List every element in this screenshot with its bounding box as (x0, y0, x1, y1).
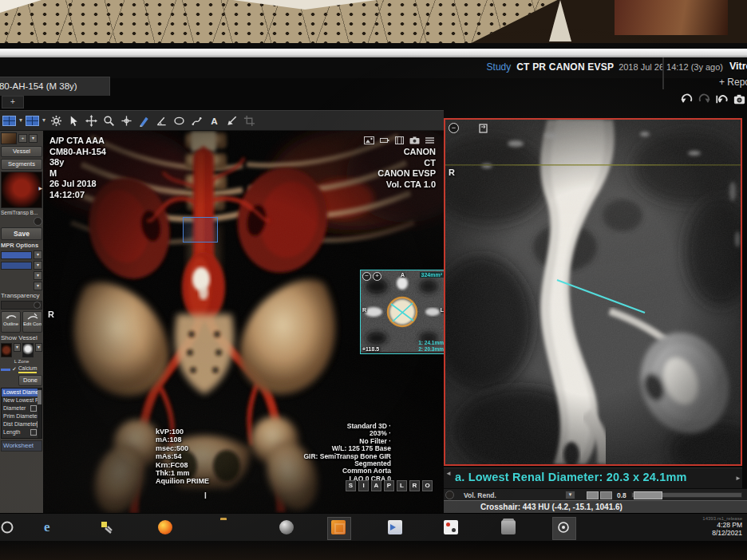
arrow-annotation-icon[interactable] (224, 113, 239, 128)
worksheet-button[interactable]: Worksheet (1, 440, 42, 452)
edit-contour-button[interactable]: Edit Cont. (22, 311, 42, 333)
patient-tab[interactable]: CM80-AH-154 (M 38y) (0, 77, 110, 96)
zone-thumbnail-2[interactable] (22, 343, 34, 357)
vessel-cross-section-inset[interactable]: − + 324mm² A R L +118.5 1: 24.1mm 2: 20.… (360, 270, 444, 354)
measurement-item[interactable]: Diameter (2, 404, 38, 412)
mpr-ct-view[interactable]: − R (444, 118, 742, 466)
volume-mode-select[interactable]: Vol. Rend. (464, 491, 496, 499)
mpr-preset-caret-icon[interactable]: ▾ (34, 250, 42, 259)
vessel-dropdown-button[interactable]: ▾ (29, 134, 38, 143)
crosshair-tool-icon[interactable] (119, 113, 133, 128)
viewer-app-icon[interactable] (444, 520, 458, 534)
section-toggle-icon[interactable] (34, 302, 41, 309)
opacity-slider-thumb[interactable] (634, 491, 662, 499)
redo-icon[interactable] (698, 93, 711, 106)
list-scrollbar[interactable] (38, 388, 42, 438)
zoom-tool-icon[interactable] (101, 113, 116, 128)
render-preview-thumbnail[interactable]: ▶ (1, 172, 42, 208)
snapshot-camera-icon[interactable] (733, 93, 746, 106)
3d-volume-view[interactable]: A/P CTA AAACM80-AH-154 38yM 26 Jul 20181… (43, 131, 444, 519)
measurement-checkbox-icon[interactable] (30, 405, 37, 412)
undo-all-icon[interactable] (715, 93, 729, 106)
outline-button[interactable]: Outline (1, 311, 21, 333)
volume-row-icon[interactable] (445, 491, 454, 499)
measurement-item[interactable]: New Lowest Rena... (2, 396, 38, 404)
option-caret-icon-2[interactable]: ▾ (34, 282, 42, 290)
banner-scroll-left-icon[interactable]: ◄ (445, 470, 452, 478)
inset-zoom-in-icon[interactable]: + (373, 272, 381, 281)
cine-film-icon[interactable] (395, 133, 404, 148)
option-caret-icon-1[interactable]: ▾ (34, 271, 42, 280)
rotate-view-icon[interactable] (479, 122, 488, 136)
measurement-item[interactable]: Prim Diameter (2, 412, 38, 420)
measurement-item[interactable]: Length (2, 428, 38, 436)
crop-tool-icon[interactable] (242, 113, 256, 128)
user-menu[interactable]: Vitrea-Admi (729, 61, 747, 72)
archive-jar-icon[interactable] (501, 520, 516, 534)
mpr-mode-caret-icon[interactable]: ▾ (34, 261, 42, 270)
pan-tool-icon[interactable] (84, 113, 98, 128)
orientation-button-l[interactable]: L (397, 480, 407, 491)
mpr-mode-select[interactable] (1, 262, 32, 270)
calcium-checkbox[interactable]: ✓ (12, 366, 17, 373)
volume-mode-caret-icon[interactable]: ▾ (565, 491, 575, 499)
orientation-button-p[interactable]: P (384, 480, 394, 491)
inset-zoom-out-icon[interactable]: − (362, 272, 371, 281)
zone-caret-icon-2[interactable]: ▾ (35, 343, 42, 352)
contour-color-swatch[interactable] (1, 369, 10, 371)
layout-single-caret-icon[interactable]: ▾ (19, 117, 22, 124)
preview-expand-icon[interactable]: ▶ (38, 185, 42, 191)
mpr-preset-select[interactable] (1, 251, 32, 259)
zone-caret-icon-1[interactable]: ▾ (14, 343, 21, 352)
section-pin-icon[interactable] (34, 217, 42, 226)
vitrea-app-icon[interactable] (331, 520, 346, 534)
undo-icon[interactable] (680, 93, 694, 106)
measurement-item[interactable]: Dist Diameter (2, 420, 38, 428)
scroll-thumb-2[interactable] (600, 491, 612, 499)
dark-app-icon[interactable] (556, 520, 571, 534)
firefox-icon[interactable] (158, 520, 172, 534)
text-annotation-icon[interactable]: A (207, 113, 221, 128)
segments-button[interactable]: Segments (1, 159, 42, 170)
cortana-circle-icon[interactable] (0, 520, 14, 534)
orientation-button-a[interactable]: A (371, 480, 381, 491)
measurement-item[interactable]: Lowest Diameter (2, 388, 38, 396)
orientation-button-o[interactable]: O (422, 480, 433, 491)
list-options-icon[interactable] (425, 133, 434, 148)
vessel-add-button[interactable]: + (18, 134, 27, 143)
file-explorer-icon[interactable] (220, 520, 235, 534)
layout-single-icon[interactable] (2, 116, 16, 126)
capture-camera-icon[interactable] (409, 133, 420, 148)
opacity-slider[interactable] (631, 492, 742, 498)
taskbar-clock[interactable]: 14393.rs1_release 4:28 PM 8/12/2021 (702, 516, 742, 537)
tools-app-icon[interactable] (100, 520, 114, 534)
vessel-tool-thumbnail[interactable] (1, 132, 17, 144)
pointer-tool-icon[interactable] (66, 113, 81, 128)
layout-grid-caret-icon[interactable]: ▾ (42, 117, 45, 124)
vessel-tab[interactable]: Vessel (1, 146, 42, 157)
orientation-button-i[interactable]: I (358, 480, 369, 491)
edge-browser-icon[interactable]: e (44, 520, 58, 534)
photos-app-icon[interactable] (388, 520, 402, 534)
measure-pencil-icon[interactable] (136, 113, 151, 128)
measurement-checkbox-icon[interactable] (30, 429, 37, 436)
orientation-button-r[interactable]: R (409, 480, 420, 491)
report-link[interactable]: + Repor (719, 77, 747, 88)
zone-thumbnail-1[interactable] (1, 343, 12, 357)
banner-scroll-right-icon[interactable]: ► (735, 475, 741, 483)
tools-section-header[interactable] (1, 301, 42, 310)
settings-gear-icon[interactable] (49, 113, 63, 128)
scroll-thumb-1[interactable] (587, 491, 599, 499)
sphere-app-icon[interactable] (279, 520, 294, 534)
save-button[interactable]: Save (1, 227, 42, 240)
angle-tool-icon[interactable] (154, 113, 168, 128)
export-image-icon[interactable] (364, 133, 374, 148)
vessel-annotation-box[interactable] (183, 217, 218, 243)
orientation-button-s[interactable]: S (346, 480, 356, 491)
done-button[interactable]: Done (18, 375, 42, 386)
add-tab-button[interactable]: + (2, 96, 24, 108)
curve-tool-icon[interactable] (189, 113, 204, 128)
list-scrollbar-thumb[interactable] (38, 390, 42, 404)
study-breadcrumb[interactable]: StudyCT PR CANON EVSP2018 Jul 26 14:12 (… (487, 61, 723, 73)
view-zoom-out-icon[interactable]: − (449, 123, 459, 133)
